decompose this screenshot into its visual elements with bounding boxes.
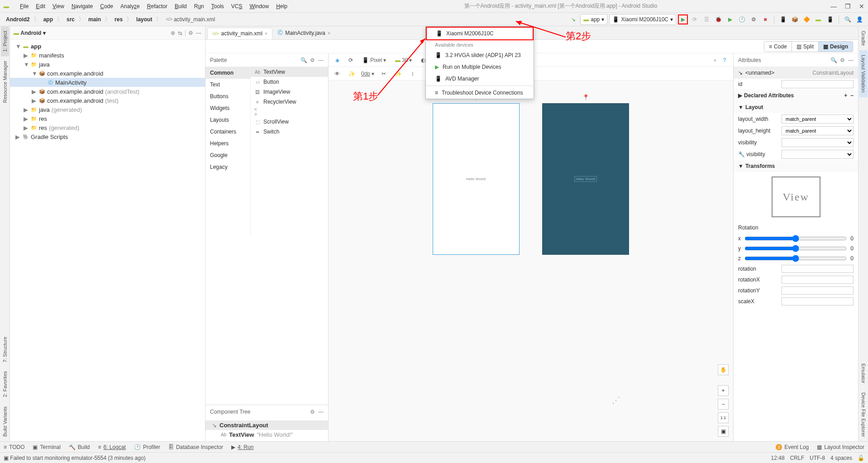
menu-run[interactable]: Run bbox=[191, 2, 208, 11]
breadcrumb-main[interactable]: main bbox=[86, 15, 103, 24]
breadcrumb-root[interactable]: Android2 bbox=[4, 15, 32, 24]
tab-event-log[interactable]: 2 Event Log bbox=[776, 444, 809, 450]
gear-icon[interactable]: ⚙ bbox=[840, 57, 845, 63]
palette-item[interactable]: ▭Button bbox=[251, 77, 328, 87]
coverage-icon[interactable]: ▶ bbox=[725, 14, 735, 24]
attr-rotation-input[interactable] bbox=[782, 265, 854, 273]
tab-terminal[interactable]: ▣ Terminal bbox=[33, 444, 60, 450]
resize-handle-icon[interactable]: ⋰ bbox=[612, 395, 620, 405]
close-icon[interactable]: ✕ bbox=[859, 3, 864, 10]
avd-icon[interactable]: 📱 bbox=[778, 14, 788, 24]
zoom-fit-button[interactable]: 1:1 bbox=[718, 412, 729, 423]
palette-category[interactable]: Buttons bbox=[205, 91, 250, 102]
tree-row[interactable]: ▶📦com.example.android (androidTest) bbox=[10, 87, 205, 96]
attr-visibility2-select[interactable] bbox=[782, 150, 854, 159]
component-row[interactable]: Ab TextView "Hello World!" bbox=[205, 430, 328, 439]
dd-troubleshoot[interactable]: ≡ Troubleshoot Device Connections bbox=[426, 87, 534, 99]
tree-row[interactable]: ▶📁res bbox=[10, 114, 205, 123]
tab-resource-manager[interactable]: Resource Manager bbox=[1, 56, 9, 108]
lock-icon[interactable]: 🔓 bbox=[858, 455, 864, 461]
tab-emulator[interactable]: Emulator bbox=[859, 359, 868, 388]
scroll-from-source-icon[interactable]: ⊕ bbox=[171, 30, 175, 36]
menu-analyze[interactable]: Analyze bbox=[117, 2, 143, 11]
search-icon[interactable]: 🔍 bbox=[843, 14, 853, 24]
tab-database[interactable]: 🗄 Database Inspector bbox=[168, 444, 223, 450]
tab-build-variants[interactable]: Build Variants bbox=[1, 402, 9, 441]
breadcrumb-app[interactable]: app bbox=[41, 15, 55, 24]
tab-gradle[interactable]: Gradle bbox=[859, 26, 868, 50]
gear-icon[interactable]: ⚙ bbox=[188, 30, 193, 36]
emulator-icon[interactable]: 📱 bbox=[825, 14, 835, 24]
apply-changes-icon[interactable]: ⟳ bbox=[690, 14, 700, 24]
close-tab-icon[interactable]: × bbox=[265, 31, 267, 36]
menu-view[interactable]: View bbox=[49, 2, 68, 11]
dd-avd-manager[interactable]: 📱 AVD Manager bbox=[426, 73, 534, 85]
section-layout[interactable]: ▼ Layout bbox=[734, 101, 858, 113]
palette-category[interactable]: Common bbox=[205, 67, 250, 79]
palette-category[interactable]: Google bbox=[205, 149, 250, 161]
tree-row[interactable]: ▶📁manifests bbox=[10, 51, 205, 60]
tab-structure[interactable]: 7: Structure bbox=[1, 332, 9, 367]
help-icon[interactable]: ? bbox=[720, 55, 730, 65]
tree-row[interactable]: ⒸMainActivity bbox=[10, 78, 205, 87]
breadcrumb-layout[interactable]: layout bbox=[134, 15, 154, 24]
gear-icon[interactable]: ⚙ bbox=[310, 57, 315, 63]
mode-code[interactable]: ≡ Code bbox=[764, 41, 792, 52]
stop-icon[interactable]: ■ bbox=[760, 14, 770, 24]
blueprint-preview[interactable]: Hello World! bbox=[542, 103, 629, 255]
mode-design[interactable]: ▦ Design bbox=[819, 41, 853, 52]
palette-item[interactable]: 🖼ImageView bbox=[251, 87, 328, 97]
user-icon[interactable]: 👤 bbox=[854, 14, 864, 24]
breadcrumb-res[interactable]: res bbox=[112, 15, 125, 24]
default-margin[interactable]: 0dp ▾ bbox=[361, 71, 374, 77]
menu-code[interactable]: Code bbox=[96, 2, 117, 11]
profile-icon[interactable]: 🕐 bbox=[737, 14, 747, 24]
attr-scalex-input[interactable] bbox=[782, 297, 854, 305]
tree-row[interactable]: ▶📦com.example.android (test) bbox=[10, 96, 205, 105]
collapse-icon[interactable]: ⇆ bbox=[178, 30, 182, 36]
tab-layout-inspector[interactable]: ▦ Layout Inspector bbox=[817, 444, 864, 450]
hide-icon[interactable]: — bbox=[318, 57, 324, 63]
menu-vcs[interactable]: VCS bbox=[228, 2, 246, 11]
blueprint-toggle-icon[interactable]: ◈ bbox=[332, 55, 342, 65]
axis-x-slider[interactable] bbox=[744, 235, 847, 242]
eye-icon[interactable]: 👁 bbox=[332, 69, 342, 79]
run-config-select[interactable]: ▬app ▾ bbox=[580, 14, 607, 25]
tab-build[interactable]: 🔨 Build bbox=[69, 444, 90, 450]
zoom-reset-button[interactable]: ▣ bbox=[718, 426, 729, 437]
resource-icon[interactable]: 🔶 bbox=[801, 14, 811, 24]
tree-row[interactable]: ▶📁java (generated) bbox=[10, 105, 205, 114]
attr-visibility-select[interactable] bbox=[782, 138, 854, 147]
project-view-dropdown[interactable]: Android ▾ bbox=[20, 30, 46, 36]
maximize-icon[interactable]: ❐ bbox=[845, 3, 851, 10]
minimize-icon[interactable]: — bbox=[830, 3, 837, 10]
palette-category[interactable]: Layouts bbox=[205, 114, 250, 126]
zoom-in-button[interactable]: + bbox=[718, 385, 729, 396]
axis-z-slider[interactable] bbox=[744, 255, 847, 262]
alt-run-icon[interactable]: ☰ bbox=[701, 14, 711, 24]
dd-device-adp1[interactable]: 📱 3.2 HVGA slider (ADP1) API 23 bbox=[426, 49, 534, 61]
section-transforms[interactable]: ▼ Transforms bbox=[734, 160, 858, 172]
gear-icon[interactable]: ⚙ bbox=[310, 409, 315, 415]
hide-icon[interactable]: — bbox=[196, 30, 201, 36]
palette-category[interactable]: Text bbox=[205, 79, 250, 91]
breadcrumb-src[interactable]: src bbox=[64, 15, 77, 24]
pan-icon[interactable]: ✋ bbox=[718, 364, 729, 375]
attr-rotationx-input[interactable] bbox=[782, 276, 854, 284]
tab-run[interactable]: ▶ 4: Run bbox=[231, 444, 253, 450]
palette-item[interactable]: AbTextView bbox=[251, 67, 328, 77]
zoom-out-button[interactable]: − bbox=[718, 399, 729, 410]
axis-y-slider[interactable] bbox=[744, 245, 847, 252]
status-indent[interactable]: 4 spaces bbox=[830, 455, 852, 461]
palette-item[interactable]: ≡RecyclerView bbox=[251, 97, 328, 107]
status-eol[interactable]: CRLF bbox=[790, 455, 804, 461]
tab-todo[interactable]: ≡ TODO bbox=[4, 444, 24, 450]
palette-category[interactable]: Containers bbox=[205, 126, 250, 138]
menu-refactor[interactable]: Refactor bbox=[143, 2, 171, 11]
attr-width-select[interactable]: match_parent bbox=[782, 115, 854, 124]
menu-window[interactable]: Window bbox=[246, 2, 272, 11]
palette-category[interactable]: Legacy bbox=[205, 161, 250, 173]
tree-row[interactable]: ▼▬app bbox=[10, 42, 205, 51]
editor-tab[interactable]: </> activity_main.xml × bbox=[207, 28, 272, 39]
menu-build[interactable]: Build bbox=[171, 2, 191, 11]
